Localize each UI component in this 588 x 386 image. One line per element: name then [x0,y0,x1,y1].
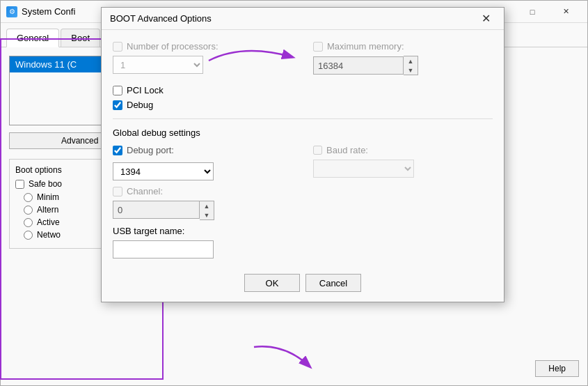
radio-alternate-input[interactable] [24,206,33,215]
safe-boot-label: Safe boo [29,179,62,189]
bg-maximize-btn[interactable]: □ [516,1,548,23]
usb-target-label: USB target name: [113,226,292,236]
bg-title-left: ⚙ System Confi [6,6,75,17]
channel-down-btn[interactable]: ▼ [200,210,214,219]
max-memory-checkbox[interactable] [313,42,323,52]
radio-network-label: Netwo [37,230,61,240]
max-memory-input-row: ▲ ▼ [313,56,493,75]
global-debug-title: Global debug settings [113,128,493,138]
safe-boot-checkbox[interactable] [15,180,24,189]
radio-network-input[interactable] [24,231,33,240]
channel-label: Channel: [113,186,292,196]
num-processors-checkbox[interactable] [113,42,122,52]
debug-label: Debug [113,100,493,110]
system-config-icon: ⚙ [6,6,17,17]
right-debug-col: Baud rate: [313,145,493,258]
baud-rate-row: Baud rate: [313,145,493,178]
radio-active-label: Active [37,217,60,227]
debug-checkbox[interactable] [113,100,122,110]
tab-general[interactable]: General [6,29,59,47]
processors-col: Number of processors: 1 [113,41,292,74]
debug-row: Debug [113,100,493,110]
modal-title: BOOT Advanced Options [110,13,212,24]
max-memory-input[interactable] [313,56,404,75]
pci-lock-label: PCI Lock [113,85,493,95]
debug-port-row: Debug port: 1394 [113,145,292,180]
baud-rate-select[interactable] [313,160,414,178]
radio-alternate-label: Altern [37,205,58,215]
baud-rate-checkbox[interactable] [313,146,322,155]
modal-titlebar: BOOT Advanced Options ✕ [102,8,504,30]
tab-boot[interactable]: Boot [61,29,100,47]
processors-select-row: 1 [113,56,292,74]
bg-window-title: System Confi [22,6,75,17]
processors-select[interactable]: 1 [113,56,203,74]
radio-active-input[interactable] [24,218,33,227]
radio-minimal-input[interactable] [24,193,33,202]
divider [113,118,493,119]
channel-up-btn[interactable]: ▲ [200,201,214,210]
boot-advanced-dialog: BOOT Advanced Options ✕ Number of proces… [101,7,504,302]
max-memory-label: Maximum memory: [313,41,493,52]
usb-target-row: USB target name: [113,226,292,258]
modal-close-btn[interactable]: ✕ [476,9,495,29]
pci-lock-checkbox[interactable] [113,86,122,95]
max-memory-spinners: ▲ ▼ [404,56,418,75]
baud-rate-label: Baud rate: [313,145,493,155]
debug-settings-cols: Debug port: 1394 Channel: [113,145,493,258]
channel-input[interactable] [113,201,200,219]
debug-port-label: Debug port: [113,145,292,155]
channel-row: Channel: ▲ ▼ [113,186,292,220]
cancel-button[interactable]: Cancel [305,274,361,292]
bg-close-btn[interactable]: ✕ [550,1,582,23]
debug-port-select[interactable]: 1394 [113,162,214,180]
channel-spinners: ▲ ▼ [200,201,214,220]
radio-minimal-label: Minim [37,192,59,202]
help-button[interactable]: Help [535,360,579,377]
max-memory-down-btn[interactable]: ▼ [404,65,418,75]
max-memory-up-btn[interactable]: ▲ [404,56,418,65]
ok-button[interactable]: OK [244,274,300,292]
num-processors-label: Number of processors: [113,41,292,52]
channel-input-wrap: ▲ ▼ [113,201,292,220]
modal-content: Number of processors: 1 Maximum memory: [102,30,504,267]
pci-lock-row: PCI Lock [113,85,493,95]
top-options-row: Number of processors: 1 Maximum memory: [113,41,493,75]
max-memory-col: Maximum memory: ▲ ▼ [313,41,493,75]
channel-checkbox[interactable] [113,187,122,196]
modal-footer: OK Cancel [102,267,504,302]
usb-target-input[interactable] [113,240,214,258]
debug-port-checkbox[interactable] [113,146,122,155]
left-debug-col: Debug port: 1394 Channel: [113,145,292,258]
